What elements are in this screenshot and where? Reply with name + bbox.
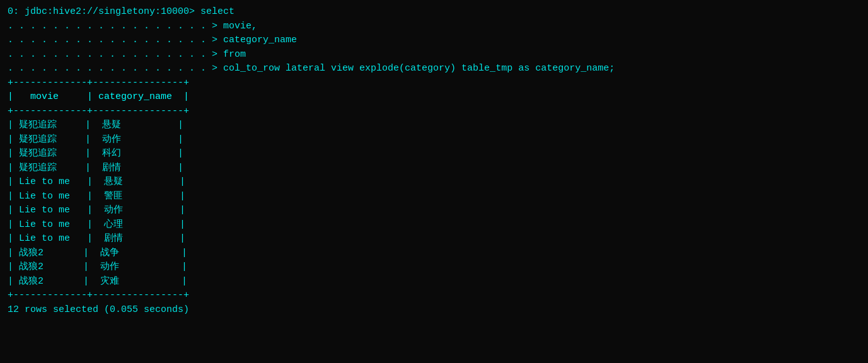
prompt-line: 0: jdbc:hive2://singletony:10000> select <box>8 5 860 20</box>
continuation-line-2: . . . . . . . . . . . . . . . . . . > ca… <box>8 33 860 48</box>
table-row: | Lie to me | 警匪 | <box>8 190 860 204</box>
separator-header: +-------------+----------------+ <box>8 105 860 119</box>
table-row: | 疑犯追踪 | 悬疑 | <box>8 118 860 133</box>
table-row: | 战狼2 | 动作 | <box>8 260 860 275</box>
table-row: | 战狼2 | 灾难 | <box>8 275 860 289</box>
status-line: 12 rows selected (0.055 seconds) <box>8 303 860 318</box>
table-row: | 疑犯追踪 | 动作 | <box>8 133 860 147</box>
table-row: | 疑犯追踪 | 科幻 | <box>8 147 860 161</box>
continuation-line-4: . . . . . . . . . . . . . . . . . . > co… <box>8 62 860 76</box>
table-row: | Lie to me | 动作 | <box>8 204 860 218</box>
separator-bottom: +-------------+----------------+ <box>8 289 860 303</box>
continuation-line-3: . . . . . . . . . . . . . . . . . . > fr… <box>8 48 860 62</box>
table-row: | Lie to me | 剧情 | <box>8 232 860 246</box>
table-header: | movie | category_name | <box>8 90 860 105</box>
separator-top: +-------------+----------------+ <box>8 76 860 91</box>
terminal: 0: jdbc:hive2://singletony:10000> select… <box>8 5 860 317</box>
continuation-line-1: . . . . . . . . . . . . . . . . . . > mo… <box>8 20 860 34</box>
table-row: | 战狼2 | 战争 | <box>8 246 860 261</box>
table-row: | 疑犯追踪 | 剧情 | <box>8 161 860 176</box>
table-row: | Lie to me | 心理 | <box>8 218 860 233</box>
table-row: | Lie to me | 悬疑 | <box>8 175 860 190</box>
